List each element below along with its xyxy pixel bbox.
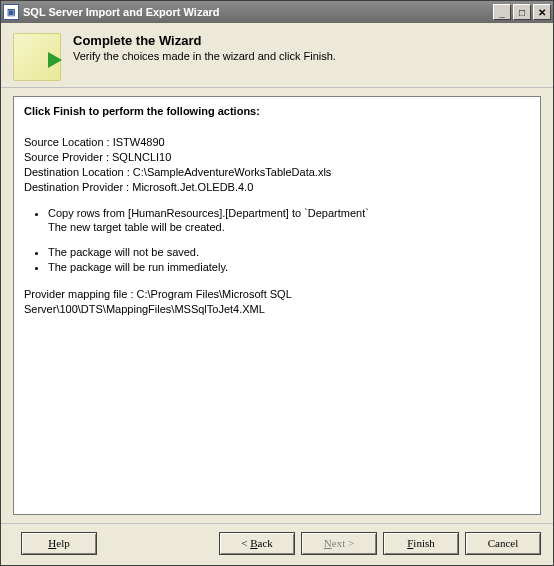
- list-item: The new target table will be created.: [48, 221, 530, 233]
- help-button[interactable]: Help: [21, 532, 97, 555]
- page-subtitle: Verify the choices made in the wizard an…: [73, 50, 336, 62]
- wizard-window: ▣ SQL Server Import and Export Wizard _ …: [0, 0, 554, 566]
- destination-location: Destination Location : C:\SampleAdventur…: [24, 165, 530, 180]
- destination-provider: Destination Provider : Microsoft.Jet.OLE…: [24, 180, 530, 195]
- app-icon: ▣: [3, 4, 19, 20]
- footer: Help < Back Next > Finish Cancel: [1, 523, 553, 565]
- wizard-header-text: Complete the Wizard Verify the choices m…: [73, 33, 336, 62]
- window-controls: _ □ ✕: [491, 4, 551, 20]
- list-item: Copy rows from [HumanResources].[Departm…: [48, 206, 530, 221]
- close-button[interactable]: ✕: [533, 4, 551, 20]
- finish-button[interactable]: Finish: [383, 532, 459, 555]
- summary-panel: Click Finish to perform the following ac…: [13, 96, 541, 515]
- page-title: Complete the Wizard: [73, 33, 336, 48]
- action-list-package: The package will not be saved. The packa…: [24, 245, 530, 275]
- provider-mapping-file: Provider mapping file : C:\Program Files…: [24, 287, 530, 317]
- back-button[interactable]: < Back: [219, 532, 295, 555]
- wizard-icon: [13, 33, 61, 81]
- wizard-header: Complete the Wizard Verify the choices m…: [1, 23, 553, 88]
- summary-heading: Click Finish to perform the following ac…: [24, 105, 530, 117]
- maximize-button[interactable]: □: [513, 4, 531, 20]
- source-provider: Source Provider : SQLNCLI10: [24, 150, 530, 165]
- titlebar: ▣ SQL Server Import and Export Wizard _ …: [1, 1, 553, 23]
- list-item: The package will be run immediately.: [48, 260, 530, 275]
- list-item: The package will not be saved.: [48, 245, 530, 260]
- action-list-copy: Copy rows from [HumanResources].[Departm…: [24, 206, 530, 233]
- minimize-button[interactable]: _: [493, 4, 511, 20]
- source-location: Source Location : ISTW4890: [24, 135, 530, 150]
- window-title: SQL Server Import and Export Wizard: [23, 6, 491, 18]
- next-button: Next >: [301, 532, 377, 555]
- cancel-button[interactable]: Cancel: [465, 532, 541, 555]
